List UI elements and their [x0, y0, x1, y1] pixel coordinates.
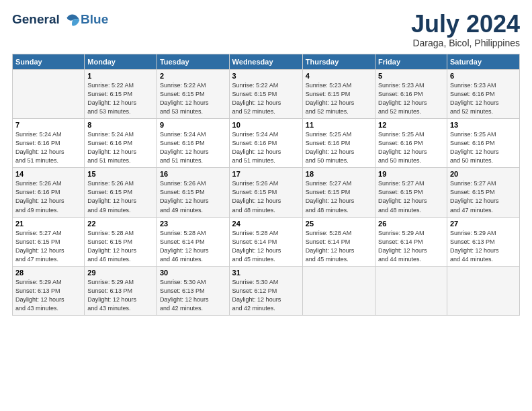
calendar-cell: 15Sunrise: 5:26 AMSunset: 6:15 PMDayligh… [85, 168, 157, 217]
day-number: 1 [87, 72, 154, 80]
day-info: Sunrise: 5:26 AMSunset: 6:16 PMDaylight:… [15, 179, 81, 214]
calendar-cell: 22Sunrise: 5:28 AMSunset: 6:15 PMDayligh… [85, 217, 157, 266]
day-info: Sunrise: 5:25 AMSunset: 6:16 PMDaylight:… [450, 130, 517, 165]
calendar-cell: 30Sunrise: 5:30 AMSunset: 6:13 PMDayligh… [157, 266, 229, 315]
calendar-cell: 19Sunrise: 5:27 AMSunset: 6:15 PMDayligh… [375, 168, 447, 217]
day-info: Sunrise: 5:26 AMSunset: 6:15 PMDaylight:… [87, 179, 154, 214]
day-info: Sunrise: 5:24 AMSunset: 6:16 PMDaylight:… [232, 130, 300, 165]
calendar-cell: 27Sunrise: 5:29 AMSunset: 6:13 PMDayligh… [447, 217, 519, 266]
calendar-cell: 10Sunrise: 5:24 AMSunset: 6:16 PMDayligh… [229, 119, 302, 168]
day-number: 21 [15, 220, 81, 228]
calendar-cell [302, 266, 375, 315]
calendar-cell: 16Sunrise: 5:26 AMSunset: 6:15 PMDayligh… [157, 168, 229, 217]
day-info: Sunrise: 5:30 AMSunset: 6:12 PMDaylight:… [232, 278, 300, 313]
week-row-3: 14Sunrise: 5:26 AMSunset: 6:16 PMDayligh… [13, 168, 520, 217]
day-number: 9 [160, 121, 226, 129]
day-info: Sunrise: 5:24 AMSunset: 6:16 PMDaylight:… [160, 130, 226, 165]
day-info: Sunrise: 5:28 AMSunset: 6:14 PMDaylight:… [160, 229, 226, 264]
calendar-cell: 25Sunrise: 5:28 AMSunset: 6:14 PMDayligh… [302, 217, 375, 266]
calendar-header-row: Sunday Monday Tuesday Wednesday Thursday… [13, 54, 520, 70]
calendar-cell: 6Sunrise: 5:23 AMSunset: 6:16 PMDaylight… [447, 70, 519, 119]
calendar-cell: 14Sunrise: 5:26 AMSunset: 6:16 PMDayligh… [13, 168, 85, 217]
logo-bird-icon [64, 12, 81, 28]
calendar-cell: 24Sunrise: 5:28 AMSunset: 6:14 PMDayligh… [229, 217, 302, 266]
day-info: Sunrise: 5:28 AMSunset: 6:14 PMDaylight:… [232, 229, 300, 264]
day-number: 6 [450, 72, 517, 80]
calendar-cell: 18Sunrise: 5:27 AMSunset: 6:15 PMDayligh… [302, 168, 375, 217]
day-info: Sunrise: 5:28 AMSunset: 6:15 PMDaylight:… [87, 229, 154, 264]
col-tuesday: Tuesday [157, 54, 229, 70]
logo: General Blue [12, 12, 108, 28]
day-info: Sunrise: 5:27 AMSunset: 6:15 PMDaylight:… [306, 179, 372, 214]
calendar-cell: 13Sunrise: 5:25 AMSunset: 6:16 PMDayligh… [447, 119, 519, 168]
day-info: Sunrise: 5:23 AMSunset: 6:15 PMDaylight:… [306, 81, 372, 116]
calendar-cell: 31Sunrise: 5:30 AMSunset: 6:12 PMDayligh… [229, 266, 302, 315]
day-number: 16 [160, 170, 226, 178]
calendar-cell: 9Sunrise: 5:24 AMSunset: 6:16 PMDaylight… [157, 119, 229, 168]
day-number: 5 [378, 72, 444, 80]
header: General Blue July 2024 Daraga, Bicol, Ph… [12, 12, 520, 48]
day-number: 7 [15, 121, 81, 129]
title-block: July 2024 Daraga, Bicol, Philippines [411, 12, 520, 48]
calendar-cell: 20Sunrise: 5:27 AMSunset: 6:15 PMDayligh… [447, 168, 519, 217]
day-info: Sunrise: 5:23 AMSunset: 6:16 PMDaylight:… [450, 81, 517, 116]
day-number: 26 [378, 220, 444, 228]
calendar-cell: 11Sunrise: 5:25 AMSunset: 6:16 PMDayligh… [302, 119, 375, 168]
calendar-table: Sunday Monday Tuesday Wednesday Thursday… [12, 54, 520, 316]
day-number: 2 [160, 72, 226, 80]
day-info: Sunrise: 5:26 AMSunset: 6:15 PMDaylight:… [232, 179, 300, 214]
col-monday: Monday [85, 54, 157, 70]
day-info: Sunrise: 5:22 AMSunset: 6:15 PMDaylight:… [87, 81, 154, 116]
calendar-cell [447, 266, 519, 315]
calendar-cell: 5Sunrise: 5:23 AMSunset: 6:16 PMDaylight… [375, 70, 447, 119]
day-info: Sunrise: 5:26 AMSunset: 6:15 PMDaylight:… [160, 179, 226, 214]
calendar-cell [13, 70, 85, 119]
subtitle: Daraga, Bicol, Philippines [411, 38, 520, 48]
col-thursday: Thursday [302, 54, 375, 70]
col-sunday: Sunday [13, 54, 85, 70]
logo-blue: Blue [81, 12, 108, 27]
week-row-1: 1Sunrise: 5:22 AMSunset: 6:15 PMDaylight… [13, 70, 520, 119]
week-row-2: 7Sunrise: 5:24 AMSunset: 6:16 PMDaylight… [13, 119, 520, 168]
page: General Blue July 2024 Daraga, Bicol, Ph… [0, 0, 532, 411]
day-number: 4 [306, 72, 372, 80]
day-number: 28 [15, 269, 81, 277]
logo-general: General [12, 12, 81, 28]
day-number: 10 [232, 121, 300, 129]
week-row-5: 28Sunrise: 5:29 AMSunset: 6:13 PMDayligh… [13, 266, 520, 315]
day-number: 31 [232, 269, 300, 277]
day-number: 3 [232, 72, 300, 80]
day-number: 11 [306, 121, 372, 129]
calendar-cell [375, 266, 447, 315]
main-title: July 2024 [411, 12, 520, 36]
day-number: 12 [378, 121, 444, 129]
day-number: 13 [450, 121, 517, 129]
calendar-cell: 12Sunrise: 5:25 AMSunset: 6:16 PMDayligh… [375, 119, 447, 168]
col-saturday: Saturday [447, 54, 519, 70]
calendar-cell: 21Sunrise: 5:27 AMSunset: 6:15 PMDayligh… [13, 217, 85, 266]
day-number: 19 [378, 170, 444, 178]
day-number: 20 [450, 170, 517, 178]
calendar-cell: 1Sunrise: 5:22 AMSunset: 6:15 PMDaylight… [85, 70, 157, 119]
calendar-cell: 4Sunrise: 5:23 AMSunset: 6:15 PMDaylight… [302, 70, 375, 119]
day-info: Sunrise: 5:27 AMSunset: 6:15 PMDaylight:… [450, 179, 517, 214]
day-number: 8 [87, 121, 154, 129]
week-row-4: 21Sunrise: 5:27 AMSunset: 6:15 PMDayligh… [13, 217, 520, 266]
day-info: Sunrise: 5:29 AMSunset: 6:14 PMDaylight:… [378, 229, 444, 264]
calendar-cell: 28Sunrise: 5:29 AMSunset: 6:13 PMDayligh… [13, 266, 85, 315]
day-info: Sunrise: 5:25 AMSunset: 6:16 PMDaylight:… [306, 130, 372, 165]
col-wednesday: Wednesday [229, 54, 302, 70]
day-number: 17 [232, 170, 300, 178]
calendar-cell: 23Sunrise: 5:28 AMSunset: 6:14 PMDayligh… [157, 217, 229, 266]
day-info: Sunrise: 5:23 AMSunset: 6:16 PMDaylight:… [378, 81, 444, 116]
day-number: 30 [160, 269, 226, 277]
calendar-cell: 3Sunrise: 5:22 AMSunset: 6:15 PMDaylight… [229, 70, 302, 119]
day-info: Sunrise: 5:29 AMSunset: 6:13 PMDaylight:… [450, 229, 517, 264]
day-number: 24 [232, 220, 300, 228]
day-info: Sunrise: 5:22 AMSunset: 6:15 PMDaylight:… [160, 81, 226, 116]
calendar-cell: 17Sunrise: 5:26 AMSunset: 6:15 PMDayligh… [229, 168, 302, 217]
day-info: Sunrise: 5:24 AMSunset: 6:16 PMDaylight:… [15, 130, 81, 165]
day-number: 18 [306, 170, 372, 178]
day-info: Sunrise: 5:25 AMSunset: 6:16 PMDaylight:… [378, 130, 444, 165]
calendar-cell: 7Sunrise: 5:24 AMSunset: 6:16 PMDaylight… [13, 119, 85, 168]
